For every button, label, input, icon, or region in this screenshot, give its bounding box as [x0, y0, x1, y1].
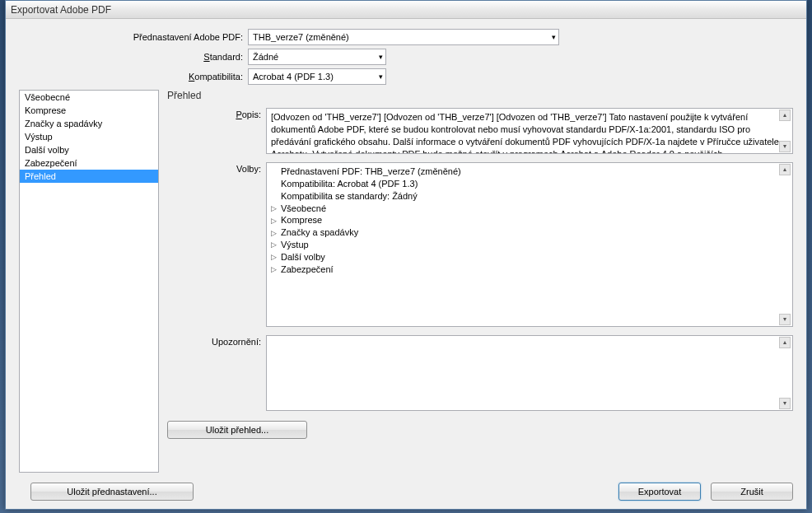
cancel-button[interactable]: Zrušit [711, 483, 793, 501]
triangle-right-icon: ▷ [271, 264, 278, 274]
footer: Uložit přednastavení... Exportovat Zruši… [19, 483, 793, 501]
tree-item-komprese[interactable]: ▷Komprese [271, 214, 777, 226]
triangle-right-icon: ▷ [271, 203, 278, 213]
tree-item-vseobecne[interactable]: ▷Všeobecné [271, 203, 777, 215]
sidebar-item-vseobecne[interactable]: Všeobecné [20, 91, 158, 104]
scroll-down-icon[interactable]: ▾ [779, 314, 791, 325]
export-button[interactable]: Exportovat [618, 483, 701, 501]
triangle-right-icon: ▷ [271, 216, 278, 226]
dialog-content: Přednastavení Adobe PDF: THB_verze7 (změ… [6, 19, 806, 509]
upozorneni-block: Upozornění: ▴ ▾ [167, 335, 793, 411]
chevron-down-icon: ▾ [552, 33, 556, 41]
preset-value: THB_verze7 (změněné) [253, 32, 349, 42]
popis-textbox[interactable]: [Odvozen od 'THB_verze7'] [Odvozen od 'T… [266, 108, 793, 154]
dialog-window: Exportovat Adobe PDF Přednastavení Adobe… [5, 0, 807, 510]
top-form: Přednastavení Adobe PDF: THB_verze7 (změ… [19, 29, 793, 85]
triangle-right-icon: ▷ [271, 228, 278, 238]
popis-block: Popis: [Odvozen od 'THB_verze7'] [Odvoze… [167, 108, 793, 154]
scroll-up-icon[interactable]: ▴ [779, 164, 791, 175]
sidebar-item-znacky[interactable]: Značky a spadávky [20, 117, 158, 130]
standard-combo[interactable]: Žádné ▾ [248, 49, 386, 65]
upozorneni-textbox[interactable]: ▴ ▾ [266, 335, 793, 411]
volby-textbox[interactable]: Přednastavení PDF: THB_verze7 (změněné) … [266, 162, 793, 327]
tree-item-znacky[interactable]: ▷Značky a spadávky [271, 226, 777, 239]
compat-value: Acrobat 4 (PDF 1.3) [253, 72, 334, 82]
volby-block: Volby: Přednastavení PDF: THB_verze7 (zm… [167, 162, 793, 327]
compat-label: Kompatibilita: [19, 72, 248, 82]
save-summary-button[interactable]: Uložit přehled... [167, 421, 307, 439]
scroll-down-icon[interactable]: ▾ [779, 398, 791, 409]
save-summary-row: Uložit přehled... [167, 421, 793, 439]
sidebar-item-zabezpeceni[interactable]: Zabezpečení [20, 156, 158, 170]
volby-label: Volby: [167, 162, 266, 327]
scroll-up-icon[interactable]: ▴ [779, 337, 791, 348]
popis-label: Popis: [167, 108, 266, 154]
save-preset-button[interactable]: Uložit přednastavení... [30, 483, 194, 501]
sidebar-item-komprese[interactable]: Komprese [20, 104, 158, 117]
volby-line: Přednastavení PDF: THB_verze7 (změněné) [271, 166, 777, 178]
right-panel: Přehled Popis: [Odvozen od 'THB_verze7']… [167, 90, 793, 473]
sidebar: Všeobecné Komprese Značky a spadávky Výs… [19, 90, 159, 473]
titlebar: Exportovat Adobe PDF [6, 1, 806, 19]
preset-combo[interactable]: THB_verze7 (změněné) ▾ [248, 29, 559, 45]
sidebar-item-prehled[interactable]: Přehled [20, 170, 158, 183]
tree-item-dalsi[interactable]: ▷Další volby [271, 251, 777, 263]
scroll-up-icon[interactable]: ▴ [779, 110, 791, 121]
chevron-down-icon: ▾ [379, 53, 383, 61]
volby-line: Kompatibilita se standardy: Žádný [271, 190, 777, 203]
triangle-right-icon: ▷ [271, 252, 278, 262]
main-area: Všeobecné Komprese Značky a spadávky Výs… [19, 90, 793, 473]
triangle-right-icon: ▷ [271, 240, 278, 250]
scroll-down-icon[interactable]: ▾ [779, 141, 791, 152]
tree-item-vystup[interactable]: ▷Výstup [271, 239, 777, 251]
sidebar-item-vystup[interactable]: Výstup [20, 130, 158, 143]
popis-text: [Odvozen od 'THB_verze7'] [Odvozen od 'T… [271, 112, 779, 154]
panel-title: Přehled [167, 90, 793, 101]
upozorneni-label: Upozornění: [167, 335, 266, 411]
preset-label: Přednastavení Adobe PDF: [19, 32, 248, 42]
standard-value: Žádné [253, 52, 278, 62]
standard-label: Standard: [19, 52, 248, 62]
chevron-down-icon: ▾ [379, 72, 383, 81]
compat-combo[interactable]: Acrobat 4 (PDF 1.3) ▾ [248, 68, 386, 85]
tree-item-zabezpeceni[interactable]: ▷Zabezpečení [271, 263, 777, 276]
window-title: Exportovat Adobe PDF [11, 4, 111, 16]
sidebar-item-dalsi[interactable]: Další volby [20, 143, 158, 156]
volby-line: Kompatibilita: Acrobat 4 (PDF 1.3) [271, 178, 777, 190]
